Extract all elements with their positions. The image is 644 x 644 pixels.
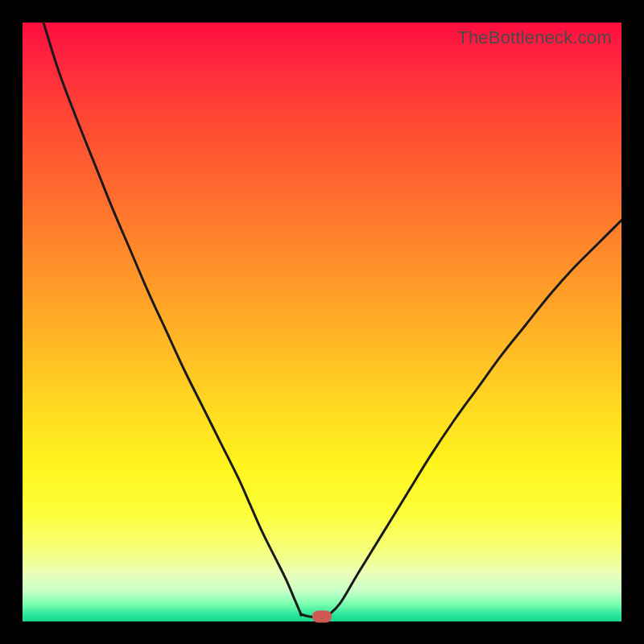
bottleneck-curve	[23, 23, 621, 621]
chart-frame: TheBottleneck.com	[0, 0, 644, 644]
optimal-point-marker	[312, 611, 332, 623]
watermark-text: TheBottleneck.com	[457, 27, 612, 48]
curve-path	[43, 23, 621, 617]
plot-area: TheBottleneck.com	[23, 23, 621, 621]
